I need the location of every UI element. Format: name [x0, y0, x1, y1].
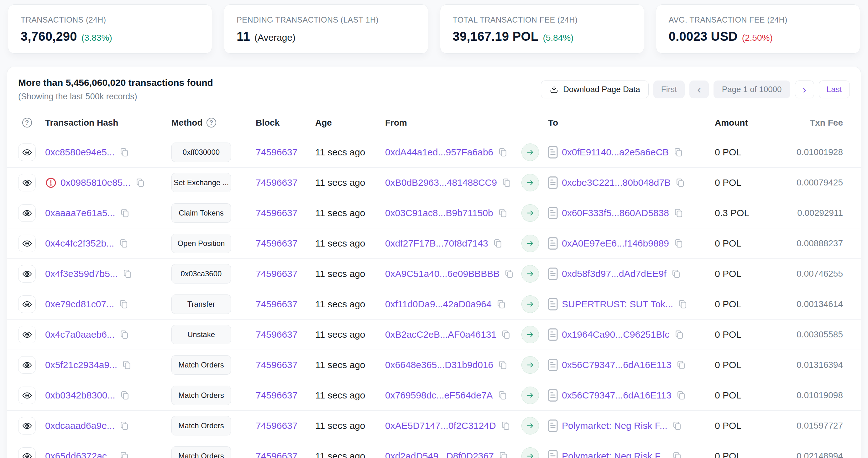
preview-transaction-button[interactable]	[18, 447, 36, 458]
to-address-link[interactable]: SUPERTRUST: SUT Tok...	[562, 299, 673, 309]
copy-hash-button[interactable]	[119, 330, 129, 340]
method-badge[interactable]: 0xff030000	[172, 142, 231, 162]
copy-from-address-button[interactable]	[498, 208, 508, 218]
preview-transaction-button[interactable]	[18, 387, 36, 404]
preview-transaction-button[interactable]	[18, 326, 36, 344]
from-address-link[interactable]: 0xd2adD549...D8f0D2367	[385, 451, 494, 458]
copy-from-address-button[interactable]	[498, 360, 508, 370]
method-help-icon[interactable]: ?	[207, 118, 216, 128]
to-address-link[interactable]: 0x56C79347...6dA16E113	[562, 360, 672, 370]
block-number-link[interactable]: 74596637	[256, 299, 298, 309]
from-address-link[interactable]: 0xB0dB2963...481488CC9	[385, 177, 497, 188]
copy-from-address-button[interactable]	[498, 451, 508, 458]
copy-hash-button[interactable]	[119, 451, 129, 458]
copy-to-address-button[interactable]	[674, 330, 684, 340]
from-address-link[interactable]: 0xA9C51a40...6e09BBBBB	[385, 268, 499, 279]
method-badge[interactable]: Match Orders	[172, 355, 231, 375]
block-number-link[interactable]: 74596637	[256, 268, 298, 279]
transaction-hash-link[interactable]: 0x5f21c2934a9...	[45, 360, 117, 370]
copy-hash-button[interactable]	[120, 390, 130, 401]
copy-hash-button[interactable]	[119, 421, 129, 431]
last-page-button[interactable]: Last	[819, 80, 850, 98]
from-address-link[interactable]: 0x769598dc...eF564de7A	[385, 390, 493, 401]
to-address-link[interactable]: 0x0fE91140...a2e5a6eCB	[562, 147, 669, 158]
block-number-link[interactable]: 74596637	[256, 360, 298, 370]
to-address-link[interactable]: 0x60F333f5...860AD5838	[562, 208, 669, 218]
copy-from-address-button[interactable]	[497, 390, 508, 401]
to-address-link[interactable]: 0xcbe3C221...80b048d7B	[562, 177, 671, 188]
block-number-link[interactable]: 74596637	[256, 177, 298, 188]
copy-to-address-button[interactable]	[673, 208, 684, 218]
to-address-link[interactable]: 0x1964Ca90...C96251Bfc	[562, 329, 670, 340]
transaction-hash-link[interactable]: 0x4c4fc2f352b...	[45, 238, 114, 249]
block-number-link[interactable]: 74596637	[256, 238, 298, 249]
method-badge[interactable]: Transfer	[172, 294, 231, 314]
copy-hash-button[interactable]	[120, 208, 130, 218]
next-page-button[interactable]: ›	[795, 80, 814, 98]
from-address-link[interactable]: 0x03C91ac8...B9b71150b	[385, 208, 493, 218]
block-number-link[interactable]: 74596637	[256, 208, 298, 218]
transaction-hash-link[interactable]: 0xb0342b8300...	[45, 390, 115, 401]
preview-transaction-button[interactable]	[18, 295, 36, 313]
transaction-hash-link[interactable]: 0x0985810e85...	[60, 177, 131, 188]
first-page-button[interactable]: First	[653, 80, 685, 98]
copy-from-address-button[interactable]	[501, 177, 512, 188]
to-address-link[interactable]: 0xA0E97eE6...f146b9889	[562, 238, 669, 249]
to-address-link[interactable]: 0xd58f3d97...dAd7dEE9f	[562, 268, 666, 279]
transaction-hash-link[interactable]: 0xaaaa7e61a5...	[45, 208, 115, 218]
copy-from-address-button[interactable]	[501, 330, 511, 340]
from-address-link[interactable]: 0xB2acC2eB...AF0a46131	[385, 329, 496, 340]
method-badge[interactable]: Unstake	[172, 325, 231, 344]
method-badge[interactable]: Match Orders	[172, 447, 231, 458]
to-address-link[interactable]: Polymarket: Neg Risk F...	[562, 420, 668, 431]
preview-transaction-button[interactable]	[18, 235, 36, 252]
transaction-hash-link[interactable]: 0x65dd6372ac...	[45, 451, 115, 458]
copy-to-address-button[interactable]	[673, 147, 683, 158]
method-badge[interactable]: Open Position	[172, 234, 231, 253]
copy-to-address-button[interactable]	[671, 269, 681, 279]
copy-from-address-button[interactable]	[504, 269, 514, 279]
to-address-link[interactable]: 0x56C79347...6dA16E113	[562, 390, 672, 401]
preview-transaction-button[interactable]	[18, 417, 36, 434]
copy-hash-button[interactable]	[119, 238, 129, 249]
from-address-link[interactable]: 0x6648e365...D31b9d016	[385, 360, 493, 370]
preview-transaction-button[interactable]	[18, 356, 36, 374]
copy-to-address-button[interactable]	[673, 238, 684, 249]
copy-hash-button[interactable]	[119, 147, 129, 158]
from-address-link[interactable]: 0xdA44a1ed...957Fa6ab6	[385, 147, 493, 158]
preview-transaction-button[interactable]	[18, 265, 36, 283]
column-header-amount-sort[interactable]: Amount	[715, 118, 790, 128]
copy-from-address-button[interactable]	[493, 238, 503, 249]
copy-hash-button[interactable]	[122, 360, 132, 370]
copy-to-address-button[interactable]	[672, 421, 682, 431]
copy-to-address-button[interactable]	[678, 299, 688, 309]
copy-from-address-button[interactable]	[498, 147, 508, 158]
transaction-hash-link[interactable]: 0x4f3e359d7b5...	[45, 268, 118, 279]
method-badge[interactable]: Set Exchange ...	[172, 173, 231, 192]
preview-transaction-button[interactable]	[18, 143, 36, 161]
from-address-link[interactable]: 0xAE5D7147...0f2C3124D	[385, 420, 496, 431]
preview-transaction-button[interactable]	[18, 174, 36, 191]
copy-to-address-button[interactable]	[676, 390, 686, 401]
block-number-link[interactable]: 74596637	[256, 147, 298, 157]
transaction-hash-link[interactable]: 0xc8580e94e5...	[45, 147, 115, 158]
from-address-link[interactable]: 0xf11d0Da9...42aD0a964	[385, 299, 492, 309]
transaction-hash-link[interactable]: 0xe79cd81c07...	[45, 299, 114, 309]
column-header-age-sort[interactable]: Age	[315, 118, 385, 128]
copy-hash-button[interactable]	[135, 177, 146, 188]
row-help-icon[interactable]: ?	[22, 118, 32, 128]
block-number-link[interactable]: 74596637	[256, 451, 298, 458]
method-badge[interactable]: 0x03ca3600	[172, 264, 231, 284]
copy-hash-button[interactable]	[119, 299, 129, 309]
copy-to-address-button[interactable]	[672, 451, 682, 458]
preview-transaction-button[interactable]	[18, 204, 36, 222]
transaction-hash-link[interactable]: 0x4c7a0aaeb6...	[45, 329, 115, 340]
to-address-link[interactable]: Polymarket: Neg Risk F...	[562, 451, 668, 458]
block-number-link[interactable]: 74596637	[256, 420, 298, 431]
copy-to-address-button[interactable]	[676, 360, 686, 370]
block-number-link[interactable]: 74596637	[256, 390, 298, 400]
download-page-data-button[interactable]: Download Page Data	[541, 80, 649, 98]
method-badge[interactable]: Match Orders	[172, 386, 231, 405]
column-header-txnfee-sort[interactable]: Txn Fee	[790, 118, 850, 128]
copy-hash-button[interactable]	[122, 269, 132, 279]
